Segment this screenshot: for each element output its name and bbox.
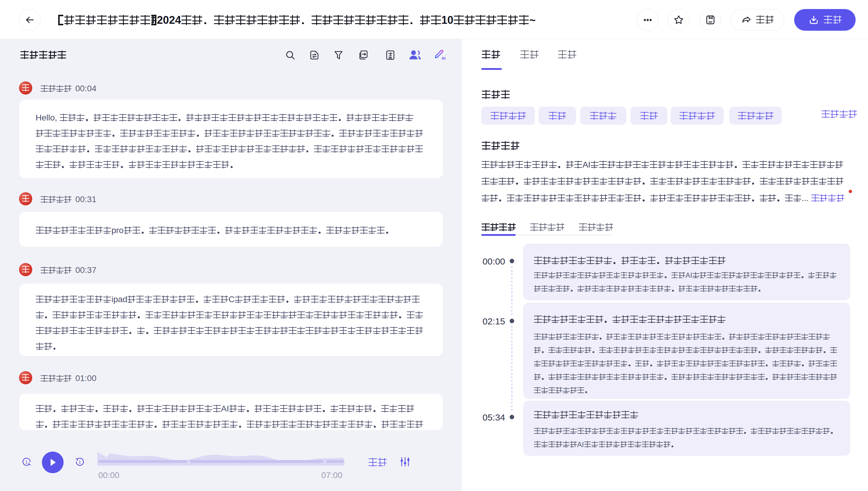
- svg-text:1: 1: [79, 459, 81, 464]
- svg-text:1: 1: [25, 459, 28, 464]
- svg-text:AI: AI: [442, 56, 445, 61]
